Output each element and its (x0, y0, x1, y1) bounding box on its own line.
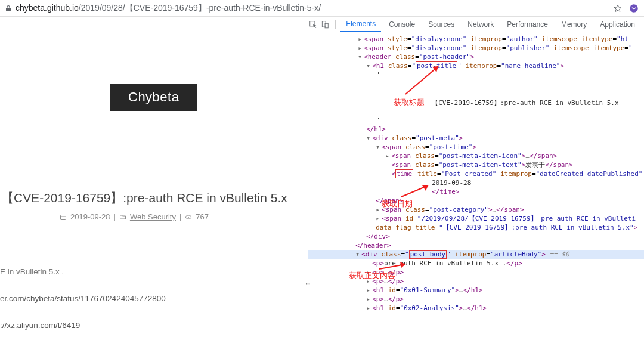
site-logo[interactable]: Chybeta (110, 84, 197, 111)
dom-text: " (308, 116, 644, 125)
device-toggle-icon[interactable] (321, 20, 329, 29)
svg-point-35 (188, 217, 189, 218)
dom-node[interactable]: </div> (308, 232, 644, 241)
post-views: 767 (196, 212, 209, 221)
tab-sources[interactable]: Sources (423, 17, 460, 32)
calendar-icon (60, 214, 67, 221)
dom-node[interactable]: <span class="post-meta-item-text">发表于</s… (308, 160, 644, 169)
post-body-link-2[interactable]: ://xz.aliyun.com/t/6419 (0, 321, 80, 330)
dom-node[interactable]: ▸<h1 id="0x01-Summary">…</h1> (308, 286, 644, 295)
folder-icon (119, 214, 126, 221)
dom-text: " (308, 70, 644, 79)
dom-node[interactable]: </span> (308, 196, 644, 205)
inspect-icon[interactable] (309, 20, 317, 29)
tab-console[interactable]: Console (383, 17, 420, 32)
dom-node[interactable]: ▸<span style="display:none" itemprop="au… (308, 35, 644, 44)
dom-node[interactable]: ▾<header class="post-header"> (308, 52, 644, 61)
svg-point-0 (630, 4, 638, 13)
post-title: 【CVE-2019-16759】:pre-auth RCE in vBullet… (0, 190, 298, 206)
tab-performance[interactable]: Performance (501, 17, 553, 32)
dom-node[interactable]: ▸<p>…</p> (308, 277, 644, 286)
dom-node[interactable]: ▾<div class="post-meta"> (308, 134, 644, 143)
dom-node[interactable]: ▸<span style="display:none" itemprop="pu… (308, 44, 644, 52)
rendered-page: Chybeta 【CVE-2019-16759】:pre-auth RCE in… (0, 17, 305, 337)
dom-node[interactable]: ▸<span class="post-category">…</span> (308, 205, 644, 214)
post-category-link[interactable]: Web Security (130, 212, 176, 221)
post-body-link-1[interactable]: er.com/chybeta/status/117670242404577280… (0, 294, 166, 303)
dom-node[interactable]: </time> (308, 187, 644, 196)
dom-node[interactable]: ▸<p>…</p> (308, 268, 644, 277)
lock-icon (5, 5, 12, 12)
extension-icon[interactable] (628, 3, 639, 14)
elements-tree[interactable]: ▸<span style="display:none" itemprop="au… (305, 32, 644, 337)
dom-node[interactable]: ▸<span id="/2019/09/28/【CVE-2019-16759】-… (308, 214, 644, 223)
post-meta: 2019-09-28 | Web Security | 767 (60, 212, 209, 221)
dom-node[interactable]: <time title="Post created" itemprop="dat… (308, 169, 644, 178)
tab-network[interactable]: Network (462, 17, 499, 32)
dom-text: 2019-09-28 (308, 178, 644, 187)
devtools-tabstrip: Elements Console Sources Network Perform… (305, 17, 644, 32)
tab-elements[interactable]: Elements (340, 17, 381, 32)
devtools-panel: Elements Console Sources Network Perform… (305, 17, 644, 337)
url-text[interactable]: chybeta.github.io/2019/09/28/【CVE-2019-1… (16, 3, 607, 14)
dom-node[interactable]: ▸<p>…</p> (308, 295, 644, 304)
dom-node[interactable]: data-flag-title="【CVE-2019-16759】:pre-au… (308, 223, 644, 232)
dom-node[interactable]: </h1> (308, 125, 644, 134)
svg-rect-32 (61, 215, 66, 219)
dom-node[interactable]: <p>pre-auth RCE in vBulletin 5.x .</p> (308, 259, 644, 268)
eye-icon (185, 214, 192, 221)
dom-node-selected[interactable]: ▾<div class="post-body" itemprop="articl… (308, 250, 644, 259)
address-bar[interactable]: chybeta.github.io/2019/09/28/【CVE-2019-1… (0, 0, 644, 17)
post-body-fragment: E in vBulletin 5.x . (0, 267, 64, 276)
tab-memory[interactable]: Memory (556, 17, 592, 32)
tab-application[interactable]: Application (595, 17, 640, 32)
dom-node[interactable]: ▸<h1 id="0x02-Analysis">…</h1> (308, 304, 644, 313)
dom-node[interactable]: </header> (308, 241, 644, 250)
post-date: 2019-09-28 (70, 212, 110, 221)
dom-node[interactable]: ▾<span class="post-time"> (308, 143, 644, 152)
dom-text: 【CVE-2019-16759】:pre-auth RCE in vBullet… (308, 98, 644, 107)
dom-node[interactable]: ▾<h1 class="post-title" itemprop="name h… (308, 61, 644, 70)
bookmark-star-icon[interactable] (613, 4, 623, 13)
gutter-overflow-icon[interactable]: ⋯ (305, 279, 311, 288)
dom-node[interactable]: ▸<span class="post-meta-item-icon">…</sp… (308, 152, 644, 160)
